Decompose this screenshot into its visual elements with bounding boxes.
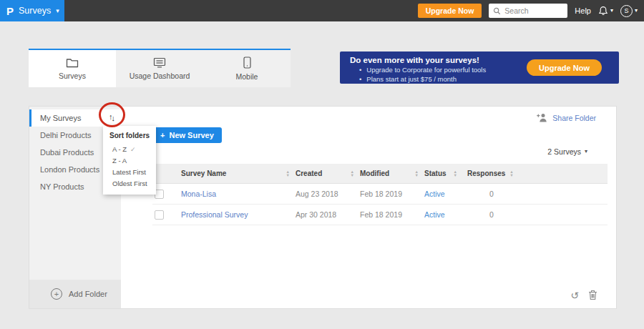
sort-option-label: Z - A [112, 157, 127, 164]
responses-cell: 0 [460, 190, 523, 198]
banner-bullet-text: Plans start at just $75 / month [366, 75, 457, 83]
survey-link[interactable]: Professional Survey [181, 210, 248, 219]
chevron-down-icon: ▾ [635, 8, 638, 14]
sort-column-icon[interactable]: ▲▼ [454, 170, 457, 177]
notifications-menu[interactable]: ▾ [598, 6, 613, 16]
modified-cell: Feb 18 2019 [360, 210, 424, 219]
search-box[interactable] [489, 4, 567, 18]
help-link[interactable]: Help [575, 6, 591, 15]
sort-option-latest-first[interactable]: Latest First [103, 164, 156, 176]
check-icon: ✓ [130, 146, 136, 153]
add-person-icon [537, 113, 547, 122]
folder-label: London Products [40, 165, 99, 174]
search-icon [493, 7, 501, 15]
surveys-table: Survey Name ▲▼ Created ▲▼ Modified ▲▼ St… [152, 164, 608, 225]
product-switcher[interactable]: P Surveys ▾ [0, 0, 64, 21]
dashboard-icon [153, 57, 166, 68]
trash-icon[interactable] [588, 290, 597, 300]
new-survey-button[interactable]: + New Survey [152, 127, 222, 143]
sort-menu-title: Sort folders [103, 132, 156, 142]
upgrade-now-button[interactable]: Upgrade Now [418, 4, 482, 18]
proprofs-logo: P [6, 6, 14, 16]
survey-count-label: 2 Surveys [547, 147, 581, 156]
responses-cell: 0 [460, 210, 523, 219]
annotation-circle [99, 102, 125, 127]
column-status: Status [424, 170, 447, 177]
product-switcher-label: Surveys [19, 6, 51, 16]
status-cell: Active [424, 210, 460, 219]
column-survey-name: Survey Name [181, 170, 226, 177]
survey-count-dropdown[interactable]: 2 Surveys ▾ [547, 147, 587, 156]
search-input[interactable] [504, 6, 563, 15]
share-folder-label: Share Folder [552, 114, 596, 122]
folder-label: Dubai Products [40, 148, 94, 157]
created-cell: Apr 30 2018 [296, 210, 360, 219]
sort-option-label: A - Z [112, 145, 127, 153]
banner-upgrade-button[interactable]: Upgrade Now [527, 59, 602, 76]
sort-option-label: Oldest First [112, 180, 147, 187]
folder-label: NY Products [40, 182, 84, 191]
created-cell: Aug 23 2018 [296, 190, 360, 198]
topbar-actions: Upgrade Now Help ▾ S ▾ [418, 4, 644, 18]
tab-label: Mobile [236, 72, 258, 81]
tab-usage-dashboard[interactable]: Usage Dashboard [116, 50, 203, 87]
chevron-down-icon: ▾ [56, 8, 59, 14]
folder-icon [66, 58, 79, 68]
tab-mobile[interactable]: Mobile [203, 50, 291, 87]
promo-banner: Do even more with your surveys! • Upgrad… [340, 51, 619, 84]
sort-column-icon[interactable]: ▲▼ [351, 170, 354, 177]
survey-link[interactable]: Mona-Lisa [181, 190, 216, 198]
sort-option-label: Latest First [112, 168, 146, 176]
restore-icon[interactable]: ↺ [570, 290, 579, 300]
account-menu[interactable]: S ▾ [620, 5, 638, 17]
row-checkbox[interactable] [155, 210, 164, 220]
sort-folders-menu: Sort folders A - Z ✓ Z - A Latest First … [103, 126, 156, 195]
plus-icon: + [160, 131, 165, 139]
bell-icon [598, 6, 608, 16]
bullet-icon: • [359, 75, 361, 83]
banner-bullet-text: Upgrade to Corporate for powerful tools [366, 66, 486, 74]
table-row: Mona-Lisa Aug 23 2018 Feb 18 2019 Active… [152, 184, 608, 205]
bullet-icon: • [359, 66, 361, 74]
status-cell: Active [424, 190, 460, 198]
tab-surveys[interactable]: Surveys [29, 50, 116, 87]
column-created: Created [296, 170, 322, 177]
sort-option-a-z[interactable]: A - Z ✓ [103, 142, 156, 153]
folder-label: Delhi Products [40, 131, 92, 139]
sort-option-oldest-first[interactable]: Oldest First [103, 176, 156, 187]
add-folder-label: Add Folder [69, 290, 107, 298]
sort-column-icon[interactable]: ▲▼ [286, 170, 290, 177]
new-survey-label: New Survey [169, 131, 213, 139]
plus-circle-icon: + [51, 288, 62, 300]
share-folder-button[interactable]: Share Folder [537, 113, 596, 122]
avatar: S [620, 5, 633, 17]
banner-bullet: • Plans start at just $75 / month [350, 75, 619, 83]
mobile-icon [243, 57, 251, 69]
chevron-down-icon: ▾ [610, 8, 613, 14]
chevron-down-icon: ▾ [585, 149, 587, 154]
sort-column-icon[interactable]: ▲▼ [415, 170, 419, 177]
surveys-panel: My Surveys ↑↓ Delhi Products Dubai Produ… [29, 106, 617, 309]
table-header: Survey Name ▲▼ Created ▲▼ Modified ▲▼ St… [152, 164, 608, 184]
tab-label: Surveys [59, 72, 86, 80]
view-tabs: Surveys Usage Dashboard Mobile [29, 49, 291, 87]
sort-column-icon[interactable]: ▲▼ [509, 170, 513, 177]
table-footer-actions: ↺ [570, 290, 597, 300]
top-bar: P Surveys ▾ Upgrade Now Help ▾ S [0, 0, 644, 21]
table-row: Professional Survey Apr 30 2018 Feb 18 2… [152, 205, 608, 225]
column-modified: Modified [360, 170, 389, 177]
tab-label: Usage Dashboard [130, 72, 190, 80]
add-folder-button[interactable]: + Add Folder [29, 280, 121, 308]
column-responses: Responses [467, 170, 505, 177]
modified-cell: Feb 18 2019 [360, 190, 424, 198]
folder-label: My Surveys [40, 114, 81, 122]
sort-option-z-a[interactable]: Z - A [103, 153, 156, 164]
